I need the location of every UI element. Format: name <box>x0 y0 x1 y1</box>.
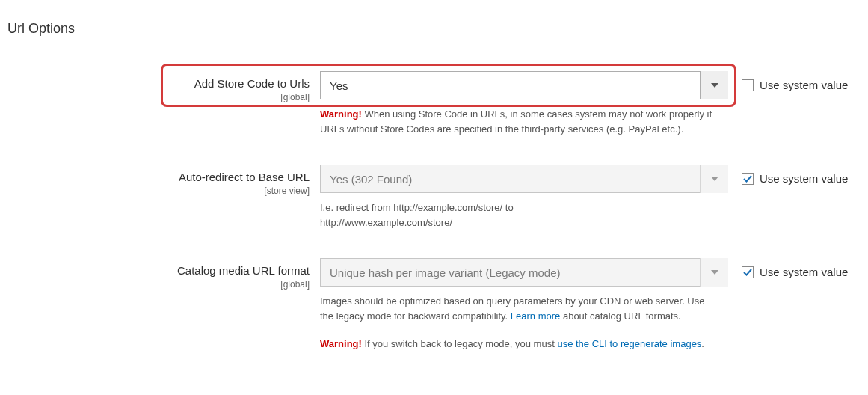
warning-label: Warning! <box>320 338 362 349</box>
catalog-media-select: Unique hash per image variant (Legacy mo… <box>320 258 728 287</box>
warning-label: Warning! <box>320 108 362 120</box>
use-system-value-label: Use system value <box>760 79 848 91</box>
field-note: Warning! When using Store Code in URLs, … <box>320 107 716 136</box>
select-value: Unique hash per image variant (Legacy mo… <box>330 266 561 279</box>
field-add-store-code: Add Store Code to Urls [global] Yes Warn… <box>7 71 861 136</box>
use-system-value-checkbox[interactable] <box>742 266 754 278</box>
warn-text-before: If you switch back to legacy mode, you m… <box>362 338 558 349</box>
use-system-value-checkbox[interactable] <box>742 79 754 91</box>
warn-text-after: . <box>701 338 704 349</box>
field-catalog-media: Catalog media URL format [global] Unique… <box>7 258 861 352</box>
select-value: Yes (302 Found) <box>330 173 412 186</box>
field-scope: [store view] <box>7 186 310 196</box>
section-title: Url Options <box>7 21 861 37</box>
select-value: Yes <box>330 79 348 92</box>
use-system-value-label: Use system value <box>760 266 848 278</box>
field-note: Images should be optimized based on quer… <box>320 294 716 323</box>
note-text-after: about catalog URL formats. <box>560 310 680 322</box>
field-label: Add Store Code to Urls <box>7 77 310 91</box>
chevron-down-icon <box>700 71 728 99</box>
note-text: When using Store Code in URLs, in some c… <box>320 108 712 135</box>
chevron-down-icon <box>700 165 728 193</box>
learn-more-link[interactable]: Learn more <box>511 310 560 322</box>
auto-redirect-select: Yes (302 Found) <box>320 165 728 193</box>
use-system-value-label: Use system value <box>760 172 848 185</box>
add-store-code-select[interactable]: Yes <box>320 71 728 99</box>
field-note: I.e. redirect from http://example.com/st… <box>320 200 589 230</box>
field-scope: [global] <box>7 279 310 290</box>
use-system-value-checkbox[interactable] <box>742 173 754 185</box>
chevron-down-icon <box>700 258 728 287</box>
field-label: Catalog media URL format <box>7 264 310 278</box>
field-auto-redirect: Auto-redirect to Base URL [store view] Y… <box>7 165 861 230</box>
field-label: Auto-redirect to Base URL <box>7 171 310 184</box>
regenerate-images-link[interactable]: use the CLI to regenerate images <box>557 338 701 349</box>
field-warning: Warning! If you switch back to legacy mo… <box>320 337 716 352</box>
field-scope: [global] <box>7 92 310 102</box>
